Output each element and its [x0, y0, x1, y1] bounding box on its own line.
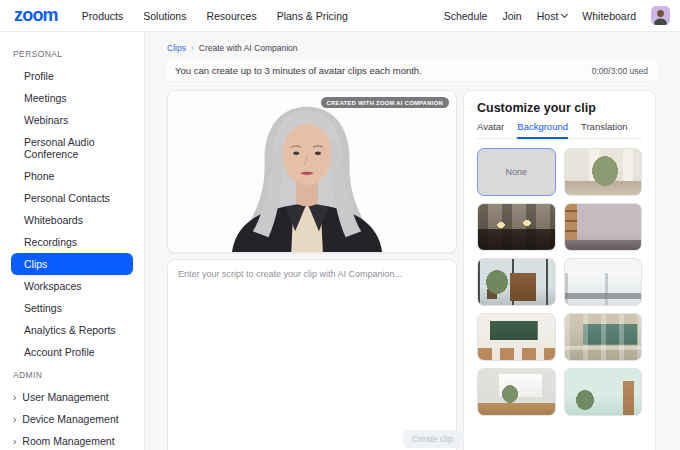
- sidebar-item-room-management[interactable]: › Room Management: [0, 430, 144, 450]
- avatar-video-preview: CREATED WITH ZOOM AI COMPANION: [167, 90, 457, 253]
- chevron-right-icon: ›: [13, 392, 16, 403]
- customize-tabs: Avatar Background Translation: [477, 121, 642, 139]
- sidebar-item-label: Device Management: [22, 413, 118, 425]
- sidebar: PERSONAL Profile Meetings Webinars Perso…: [0, 32, 145, 450]
- background-grid: None: [477, 148, 642, 416]
- sidebar-item-personal-contacts[interactable]: Personal Contacts: [0, 187, 144, 209]
- sidebar-item-user-management[interactable]: › User Management: [0, 386, 144, 408]
- zoom-logo[interactable]: zoom: [14, 5, 58, 26]
- nav-whiteboard[interactable]: Whiteboard: [582, 10, 636, 22]
- background-option-dark-office[interactable]: [477, 203, 556, 251]
- background-option-classroom[interactable]: [477, 313, 556, 361]
- usage-counter: 0:00/3:00 used: [592, 66, 648, 76]
- navbar-left-menu: Products Solutions Resources Plans & Pri…: [82, 10, 348, 22]
- customize-panel-title: Customize your clip: [477, 101, 642, 115]
- background-option-mint-room[interactable]: [564, 368, 643, 416]
- chevron-right-icon: ›: [13, 436, 16, 447]
- nav-resources[interactable]: Resources: [206, 10, 256, 22]
- usage-banner-message: You can create up to 3 minutes of avatar…: [175, 65, 422, 76]
- background-option-none[interactable]: None: [477, 148, 556, 196]
- chevron-right-icon: ›: [13, 414, 16, 425]
- tab-background[interactable]: Background: [517, 121, 568, 139]
- sidebar-item-webinars[interactable]: Webinars: [0, 109, 144, 131]
- top-navbar: zoom Products Solutions Resources Plans …: [0, 0, 680, 32]
- nav-host-label: Host: [537, 10, 559, 22]
- sidebar-item-settings[interactable]: Settings: [0, 297, 144, 319]
- tab-translation[interactable]: Translation: [581, 121, 628, 138]
- nav-plans-pricing[interactable]: Plans & Pricing: [277, 10, 348, 22]
- customize-panel: Customize your clip Avatar Background Tr…: [463, 90, 656, 450]
- background-option-modern-office[interactable]: [564, 203, 643, 251]
- breadcrumb-separator: ›: [191, 43, 194, 53]
- sidebar-section-admin: ADMIN: [13, 370, 144, 380]
- sidebar-item-recordings[interactable]: Recordings: [0, 231, 144, 253]
- script-input[interactable]: [167, 259, 457, 450]
- background-option-window-lounge[interactable]: [477, 258, 556, 306]
- tab-avatar[interactable]: Avatar: [477, 121, 504, 138]
- user-avatar[interactable]: [651, 6, 670, 25]
- nav-schedule[interactable]: Schedule: [444, 10, 488, 22]
- sidebar-item-whiteboards[interactable]: Whiteboards: [0, 209, 144, 231]
- sidebar-item-label: User Management: [22, 391, 108, 403]
- sidebar-item-analytics-reports[interactable]: Analytics & Reports: [0, 319, 144, 341]
- sidebar-item-phone[interactable]: Phone: [0, 165, 144, 187]
- usage-banner: You can create up to 3 minutes of avatar…: [165, 60, 658, 81]
- sidebar-section-personal: PERSONAL: [13, 49, 144, 59]
- sidebar-item-clips[interactable]: Clips: [11, 253, 133, 275]
- nav-products[interactable]: Products: [82, 10, 123, 22]
- sidebar-item-label: Room Management: [22, 435, 114, 447]
- user-avatar-image: [651, 6, 670, 25]
- avatar-preview-image: [168, 91, 456, 252]
- breadcrumb-current: Create with AI Companion: [199, 43, 298, 53]
- background-option-open-office[interactable]: [564, 258, 643, 306]
- sidebar-item-profile[interactable]: Profile: [0, 65, 144, 87]
- sidebar-item-meetings[interactable]: Meetings: [0, 87, 144, 109]
- breadcrumb-clips-link[interactable]: Clips: [167, 43, 186, 53]
- background-option-living-room[interactable]: [564, 148, 643, 196]
- breadcrumb: Clips › Create with AI Companion: [167, 43, 298, 53]
- background-option-factory[interactable]: [564, 313, 643, 361]
- ai-companion-badge: CREATED WITH ZOOM AI COMPANION: [321, 97, 449, 108]
- sidebar-item-workspaces[interactable]: Workspaces: [0, 275, 144, 297]
- sidebar-item-account-profile[interactable]: Account Profile: [0, 341, 144, 363]
- nav-solutions[interactable]: Solutions: [143, 10, 186, 22]
- sidebar-item-personal-audio-conference[interactable]: Personal Audio Conference: [0, 131, 144, 165]
- nav-host[interactable]: Host: [537, 10, 568, 22]
- background-none-label: None: [505, 167, 527, 177]
- navbar-right-menu: Schedule Join Host Whiteboard: [444, 6, 670, 25]
- sidebar-item-device-management[interactable]: › Device Management: [0, 408, 144, 430]
- create-clip-button[interactable]: Create clip: [403, 430, 462, 448]
- chevron-down-icon: [561, 10, 568, 17]
- nav-join[interactable]: Join: [502, 10, 521, 22]
- background-option-meeting-room[interactable]: [477, 368, 556, 416]
